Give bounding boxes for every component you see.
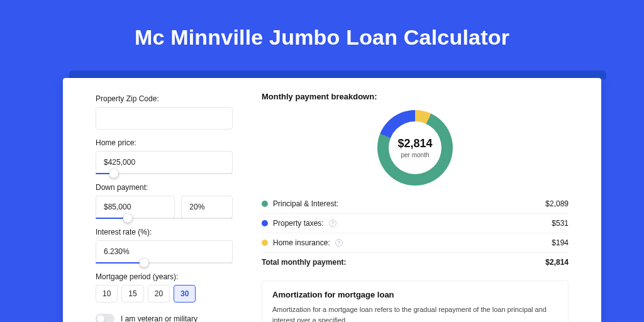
period-10-button[interactable]: 10 (96, 285, 118, 303)
donut-sub: per month (401, 152, 429, 158)
info-icon[interactable]: ? (335, 239, 343, 247)
down-percent-input[interactable] (181, 196, 233, 218)
legend-insurance-label: Home insurance: (273, 238, 330, 247)
info-icon[interactable]: ? (329, 219, 336, 227)
breakdown-title: Monthly payment breakdown: (262, 92, 569, 101)
form-column: Property Zip Code: Home price: Down paym… (63, 78, 245, 322)
donut-amount: $2,814 (397, 137, 432, 150)
period-30-button[interactable]: 30 (174, 285, 196, 303)
legend-total-label: Total monthly payment: (262, 258, 346, 267)
dot-yellow-icon (262, 240, 268, 246)
page-title: Mc Minnville Jumbo Loan Calculator (0, 0, 644, 67)
legend-insurance-value: $194 (552, 238, 569, 247)
rate-input[interactable] (96, 240, 233, 263)
legend-principal-label: Principal & Interest: (273, 199, 338, 208)
dot-blue-icon (262, 220, 268, 226)
rate-slider[interactable] (96, 262, 233, 264)
calculator-panel: Property Zip Code: Home price: Down paym… (63, 78, 601, 322)
period-15-button[interactable]: 15 (121, 285, 143, 303)
down-slider[interactable] (96, 218, 233, 219)
amortization-card: Amortization for mortgage loan Amortizat… (262, 280, 569, 322)
rate-field-group: Interest rate (%): (96, 228, 233, 264)
period-label: Mortgage period (years): (96, 272, 233, 281)
period-buttons: 10 15 20 30 (96, 285, 233, 303)
price-label: Home price: (96, 138, 233, 147)
donut-chart-wrap: $2,814 per month (262, 108, 569, 194)
zip-label: Property Zip Code: (96, 94, 233, 103)
amortization-text: Amortization for a mortgage loan refers … (272, 304, 558, 322)
down-slider-thumb[interactable] (123, 214, 132, 223)
legend-tax-label: Property taxes: (273, 219, 324, 228)
breakdown-column: Monthly payment breakdown: $2,814 per mo… (245, 78, 601, 322)
legend-principal-value: $2,089 (545, 199, 569, 208)
legend-insurance-row: Home insurance: ? $194 (262, 233, 569, 253)
donut-center: $2,814 per month (377, 110, 453, 186)
donut-chart: $2,814 per month (377, 110, 453, 186)
down-field-group: Down payment: (96, 183, 233, 219)
down-label: Down payment: (96, 183, 233, 192)
price-field-group: Home price: (96, 138, 233, 174)
amortization-title: Amortization for mortgage loan (272, 290, 558, 299)
period-20-button[interactable]: 20 (148, 285, 170, 303)
rate-label: Interest rate (%): (96, 228, 233, 236)
price-slider-thumb[interactable] (109, 169, 118, 178)
price-slider[interactable] (96, 173, 233, 174)
zip-input[interactable] (96, 107, 233, 130)
veteran-toggle-row: I am veteran or military (96, 314, 233, 322)
veteran-toggle[interactable] (96, 314, 114, 322)
legend-total-row: Total monthly payment: $2,814 (262, 253, 569, 272)
legend-principal-row: Principal & Interest: $2,089 (262, 194, 569, 214)
down-amount-input[interactable] (96, 196, 175, 218)
dot-green-icon (262, 201, 268, 207)
rate-slider-thumb[interactable] (140, 258, 148, 267)
legend-tax-value: $531 (552, 219, 569, 228)
zip-field-group: Property Zip Code: (96, 94, 233, 130)
veteran-label: I am veteran or military (121, 314, 197, 322)
legend-tax-row: Property taxes: ? $531 (262, 214, 569, 233)
legend-total-value: $2,814 (545, 258, 569, 267)
